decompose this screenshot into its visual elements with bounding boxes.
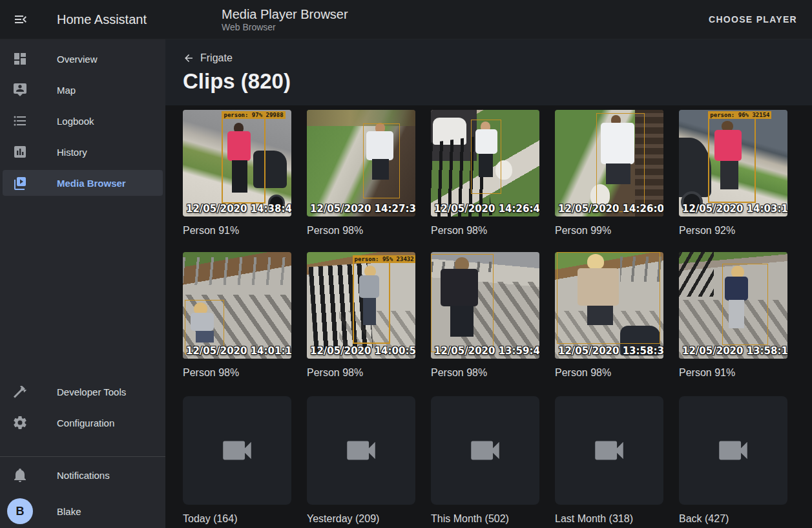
sidebar: Overview Map Logbook History Media Brows… [0, 39, 165, 528]
clip-timestamp: 12/05/2020 14:27:35 [310, 203, 415, 215]
clip-thumbnail[interactable]: person: 96% 32154 12/05/2020 14:03:17 [679, 110, 787, 216]
media-clip-card[interactable]: person: 95% 23432 12/05/2020 14:00:52 Pe… [307, 252, 415, 394]
media-grid: person: 97% 29988 12/05/2020 14:38:47 Pe… [183, 110, 812, 528]
header-left-section: Home Assistant [0, 0, 165, 39]
page-title: Media Player Browser [222, 6, 348, 22]
sidebar-item-label: Logbook [57, 116, 94, 127]
menu-open-icon[interactable] [13, 12, 28, 27]
sidebar-divider [0, 456, 165, 457]
detection-label: person: 96% 32154 [708, 111, 771, 119]
page-heading: Clips (820) [183, 69, 812, 94]
sidebar-item-notifications[interactable]: Notifications [3, 462, 163, 488]
detection-bbox: person: 96% 32154 [708, 118, 756, 203]
video-icon [218, 432, 256, 469]
clip-label: Person 91% [183, 225, 291, 237]
clip-label: Person 91% [679, 367, 787, 379]
folder-card-today[interactable]: Today (164) [183, 394, 291, 528]
sidebar-item-map[interactable]: Map [3, 77, 163, 103]
clip-thumbnail[interactable]: 12/05/2020 14:27:35 [307, 110, 415, 216]
clip-timestamp: 12/05/2020 13:58:30 [558, 345, 663, 357]
clip-thumbnail[interactable]: 12/05/2020 14:26:07 [555, 110, 663, 216]
detection-bbox: person: 95% 23432 [353, 262, 391, 344]
breadcrumb-label: Frigate [200, 52, 233, 64]
sidebar-item-label: History [57, 147, 87, 158]
detection-label: person: 97% 29988 [222, 111, 285, 119]
clip-label: Person 98% [307, 225, 415, 237]
sidebar-item-label: Developer Tools [57, 386, 126, 397]
gear-icon [12, 415, 28, 430]
view-dashboard-icon [12, 51, 28, 67]
folder-card-yesterday[interactable]: Yesterday (209) [307, 394, 415, 528]
folder-label: Last Month (318) [555, 513, 663, 525]
clip-thumbnail[interactable]: person: 95% 23432 12/05/2020 14:00:52 [307, 252, 415, 359]
sidebar-item-overview[interactable]: Overview [3, 46, 163, 72]
video-icon [466, 432, 504, 469]
folder-tile[interactable] [679, 396, 787, 505]
clip-timestamp: 12/05/2020 14:01:14 [186, 345, 291, 357]
clip-label: Person 99% [555, 225, 663, 237]
arrow-left-icon [183, 52, 194, 64]
media-clip-card[interactable]: 12/05/2020 13:58:17 Person 91% [679, 252, 787, 394]
clip-timestamp: 12/05/2020 13:58:17 [682, 345, 787, 357]
media-clip-card[interactable]: 12/05/2020 14:26:07 Person 99% [555, 110, 663, 252]
folder-tile[interactable] [183, 396, 291, 505]
detection-bbox [471, 120, 501, 195]
folder-card-back[interactable]: Back (427) [679, 394, 787, 528]
detection-bbox [363, 123, 400, 198]
clip-thumbnail[interactable]: 12/05/2020 13:58:17 [679, 252, 787, 359]
folder-card-last-month[interactable]: Last Month (318) [555, 394, 663, 528]
hammer-icon [12, 384, 28, 399]
app-header: Home Assistant Media Player Browser Web … [0, 0, 812, 39]
sidebar-item-history[interactable]: History [3, 139, 163, 165]
folder-label: Today (164) [183, 513, 291, 525]
media-clip-card[interactable]: person: 96% 32154 12/05/2020 14:03:17 Pe… [679, 110, 787, 252]
sidebar-item-developer-tools[interactable]: Developer Tools [3, 379, 163, 405]
page-subtitle: Web Browser [222, 22, 348, 33]
sidebar-item-label: Media Browser [57, 178, 126, 189]
play-box-multiple-icon [12, 175, 28, 191]
media-clip-card[interactable]: 12/05/2020 14:27:35 Person 98% [307, 110, 415, 252]
tooltip-account-icon [12, 82, 28, 98]
detection-bbox [431, 254, 494, 352]
chart-box-icon [12, 144, 28, 160]
folder-tile[interactable] [431, 396, 539, 505]
clip-label: Person 98% [183, 367, 291, 379]
media-clip-card[interactable]: person: 97% 29988 12/05/2020 14:38:47 Pe… [183, 110, 291, 252]
sidebar-item-logbook[interactable]: Logbook [3, 108, 163, 134]
profile-name: Blake [57, 506, 81, 517]
media-clip-card[interactable]: 12/05/2020 14:26:46 Person 98% [431, 110, 539, 252]
media-clip-card[interactable]: 12/05/2020 13:59:49 Person 98% [431, 252, 539, 394]
sidebar-item-profile[interactable]: B Blake [3, 498, 163, 524]
sidebar-item-configuration[interactable]: Configuration [3, 410, 163, 436]
clip-timestamp: 12/05/2020 14:26:07 [558, 203, 663, 215]
breadcrumb-back-frigate[interactable]: Frigate [183, 52, 233, 64]
app-title: Home Assistant [57, 12, 147, 27]
clip-label: Person 98% [307, 367, 415, 379]
choose-player-button[interactable]: CHOOSE PLAYER [709, 14, 797, 25]
media-browser-content: Frigate Clips (820) person: 97% 29988 12… [165, 39, 812, 528]
clip-thumbnail[interactable]: 12/05/2020 14:01:14 [183, 252, 291, 359]
clip-thumbnail[interactable]: 12/05/2020 14:26:46 [431, 110, 539, 216]
clip-label: Person 98% [555, 367, 663, 379]
clip-timestamp: 12/05/2020 14:38:47 [186, 203, 291, 215]
page-title-block: Media Player Browser Web Browser [222, 6, 348, 33]
folder-tile[interactable] [307, 396, 415, 505]
video-icon [342, 432, 380, 469]
detection-bbox [722, 264, 768, 344]
media-clip-card[interactable]: 12/05/2020 14:01:14 Person 98% [183, 252, 291, 394]
video-icon [714, 432, 752, 469]
avatar: B [7, 498, 33, 524]
detection-bbox: person: 97% 29988 [222, 118, 265, 204]
media-clip-card[interactable]: 12/05/2020 13:58:30 Person 98% [555, 252, 663, 394]
clip-thumbnail[interactable]: 12/05/2020 13:59:49 [431, 252, 539, 359]
folder-label: This Month (502) [431, 513, 539, 525]
folder-tile[interactable] [555, 396, 663, 505]
sidebar-item-label: Map [57, 85, 76, 96]
clip-thumbnail[interactable]: person: 97% 29988 12/05/2020 14:38:47 [183, 110, 291, 216]
sidebar-item-label: Overview [57, 54, 98, 65]
sidebar-item-media-browser[interactable]: Media Browser [3, 170, 163, 196]
clip-label: Person 92% [679, 225, 787, 237]
clip-timestamp: 12/05/2020 14:00:52 [310, 345, 415, 357]
clip-thumbnail[interactable]: 12/05/2020 13:58:30 [555, 252, 663, 359]
folder-card-this-month[interactable]: This Month (502) [431, 394, 539, 528]
